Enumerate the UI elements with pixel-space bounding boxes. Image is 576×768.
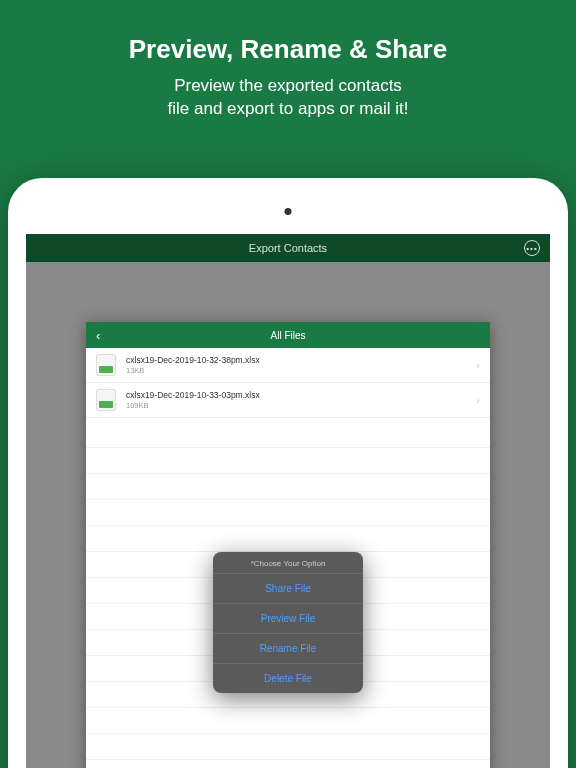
chevron-right-icon: › — [476, 359, 480, 371]
card-title: All Files — [270, 330, 305, 341]
xlsx-file-icon — [96, 389, 116, 411]
tablet-camera — [285, 208, 292, 215]
back-icon[interactable]: ‹ — [96, 329, 100, 342]
action-popup: *Choose Your Option Share File Preview F… — [213, 552, 363, 693]
delete-file-button[interactable]: Delete File — [213, 663, 363, 693]
file-row[interactable]: cxlsx19-Dec-2019-10-32-38pm.xlsx 13KB › — [86, 348, 490, 383]
file-info: cxlsx19-Dec-2019-10-32-38pm.xlsx 13KB — [126, 355, 260, 375]
hero-subtitle: Preview the exported contacts file and e… — [40, 75, 536, 121]
xlsx-file-icon — [96, 354, 116, 376]
share-file-button[interactable]: Share File — [213, 573, 363, 603]
hero-text: Preview, Rename & Share Preview the expo… — [0, 0, 576, 141]
preview-file-button[interactable]: Preview File — [213, 603, 363, 633]
file-row[interactable]: cxlsx19-Dec-2019-10-33-03pm.xlsx 109KB › — [86, 383, 490, 418]
more-icon[interactable]: ••• — [524, 240, 540, 256]
rename-file-button[interactable]: Rename File — [213, 633, 363, 663]
hero-title: Preview, Rename & Share — [40, 34, 536, 65]
file-name: cxlsx19-Dec-2019-10-32-38pm.xlsx — [126, 355, 260, 365]
app-title: Export Contacts — [249, 242, 327, 254]
card-header: ‹ All Files — [86, 322, 490, 348]
tablet-screen: Export Contacts ••• ‹ All Files cxlsx19-… — [26, 234, 550, 768]
files-card: ‹ All Files cxlsx19-Dec-2019-10-32-38pm.… — [86, 322, 490, 768]
file-info: cxlsx19-Dec-2019-10-33-03pm.xlsx 109KB — [126, 390, 260, 410]
app-top-bar: Export Contacts ••• — [26, 234, 550, 262]
file-name: cxlsx19-Dec-2019-10-33-03pm.xlsx — [126, 390, 260, 400]
popup-title: *Choose Your Option — [213, 552, 363, 573]
chevron-right-icon: › — [476, 394, 480, 406]
tablet-frame: Export Contacts ••• ‹ All Files cxlsx19-… — [8, 178, 568, 768]
file-size: 13KB — [126, 366, 260, 375]
file-size: 109KB — [126, 401, 260, 410]
